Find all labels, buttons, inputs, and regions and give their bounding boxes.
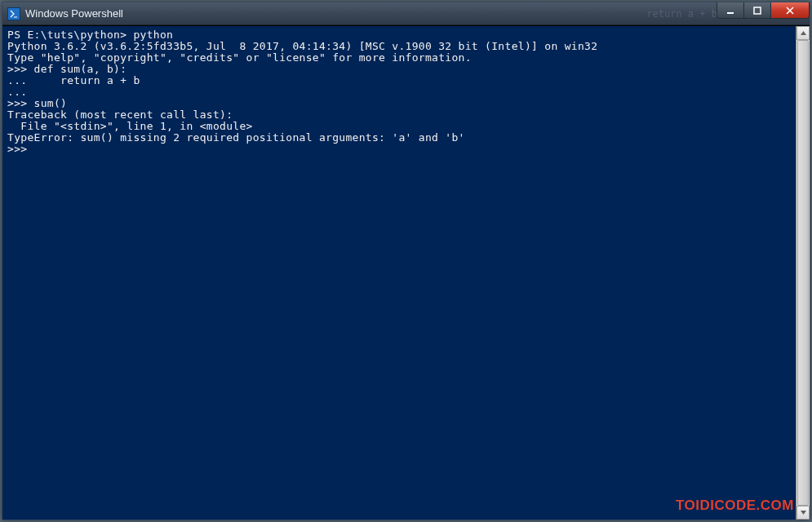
scroll-down-button[interactable] bbox=[796, 506, 810, 520]
titlebar[interactable]: Windows Powershell return a + b bbox=[2, 2, 810, 25]
terminal-output[interactable]: PS E:\tuts\python> python Python 3.6.2 (… bbox=[2, 26, 796, 520]
content-area: PS E:\tuts\python> python Python 3.6.2 (… bbox=[2, 25, 810, 520]
scroll-up-button[interactable] bbox=[796, 26, 810, 40]
watermark-text: TOIDICODE.COM bbox=[676, 498, 794, 514]
powershell-window: Windows Powershell return a + b PS E:\tu… bbox=[2, 2, 810, 520]
svg-rect-0 bbox=[727, 12, 734, 14]
svg-rect-1 bbox=[754, 7, 761, 14]
scroll-track[interactable] bbox=[796, 40, 810, 506]
close-button[interactable] bbox=[770, 2, 810, 19]
window-title: Windows Powershell bbox=[25, 7, 614, 20]
minimize-button[interactable] bbox=[717, 2, 744, 19]
powershell-icon bbox=[7, 7, 20, 20]
vertical-scrollbar[interactable] bbox=[796, 26, 810, 520]
scroll-thumb[interactable] bbox=[797, 40, 809, 506]
titlebar-ghost-text: return a + b bbox=[646, 8, 717, 20]
maximize-button[interactable] bbox=[743, 2, 771, 19]
window-controls bbox=[717, 2, 810, 24]
